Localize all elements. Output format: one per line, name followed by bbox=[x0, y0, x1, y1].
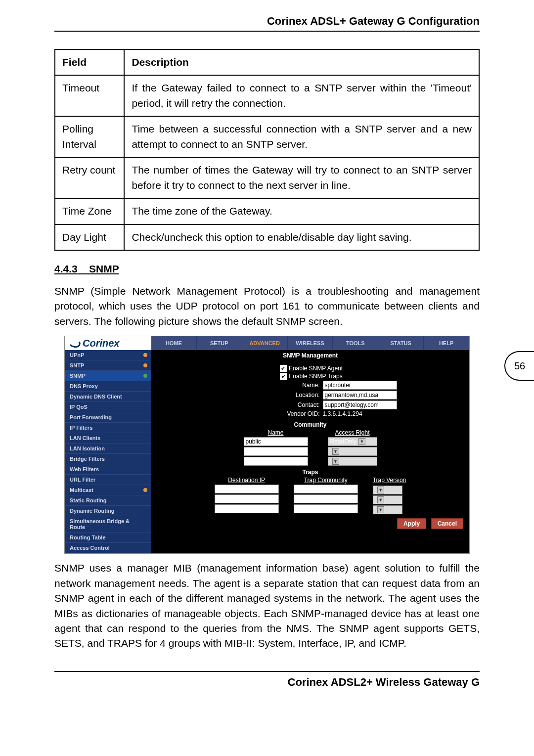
footer-title: Corinex ADSL2+ Wireless Gateway G bbox=[288, 676, 480, 688]
enable-agent-checkbox[interactable]: ✔ bbox=[280, 365, 287, 372]
field-cell: Day Light bbox=[55, 224, 124, 250]
community-access-select[interactable]: ▼ bbox=[328, 447, 377, 456]
table-row: Retry count The number of times the Gate… bbox=[55, 157, 479, 198]
tab-home[interactable]: HOME bbox=[151, 336, 197, 350]
status-dot-icon bbox=[143, 488, 147, 492]
trap-dest-input[interactable] bbox=[215, 494, 279, 503]
field-description-table: Field Description Timeout If the Gateway… bbox=[54, 49, 480, 251]
chevron-down-icon: ▼ bbox=[377, 496, 384, 503]
sidebar-item-bridge-filters[interactable]: Bridge Filters bbox=[65, 454, 151, 464]
traps-version-header: Trap Version bbox=[373, 477, 406, 484]
table-row: Polling Interval Time between a successf… bbox=[55, 116, 479, 157]
col-header-description: Description bbox=[124, 49, 479, 75]
section-outro: SNMP uses a manager MIB (management info… bbox=[54, 561, 480, 651]
name-input[interactable] bbox=[323, 381, 397, 390]
status-dot-icon bbox=[143, 353, 147, 357]
table-row: Time Zone The time zone of the Gateway. bbox=[55, 198, 479, 224]
trap-version-select[interactable]: ▼ bbox=[373, 486, 402, 494]
enable-traps-checkbox[interactable]: ✔ bbox=[280, 373, 287, 380]
tab-help[interactable]: HELP bbox=[424, 336, 469, 350]
chevron-down-icon: ▼ bbox=[358, 438, 365, 445]
location-input[interactable] bbox=[323, 391, 397, 400]
sidebar-item-dynamic-routing[interactable]: Dynamic Routing bbox=[65, 506, 151, 516]
sidebar-item-bridge-route[interactable]: Simultaneous Bridge & Route bbox=[65, 516, 151, 533]
community-name-input[interactable] bbox=[244, 457, 308, 466]
description-cell: If the Gateway failed to connect to a SN… bbox=[124, 75, 479, 116]
sidebar-item-dns-proxy[interactable]: DNS Proxy bbox=[65, 381, 151, 392]
sidebar-item-multicast[interactable]: Multicast bbox=[65, 485, 151, 495]
community-access-header: Access Right bbox=[328, 429, 377, 436]
sidebar-item-static-routing[interactable]: Static Routing bbox=[65, 495, 151, 506]
logo-swoosh-icon bbox=[68, 337, 82, 349]
tab-tools[interactable]: TOOLS bbox=[333, 336, 378, 350]
community-name-header: Name bbox=[244, 429, 308, 436]
sidebar-item-web-filters[interactable]: Web Filters bbox=[65, 464, 151, 475]
sidebar-item-port-forwarding[interactable]: Port Forwarding bbox=[65, 412, 151, 423]
table-row: Day Light Check/uncheck this option to e… bbox=[55, 224, 479, 250]
contact-input[interactable] bbox=[323, 400, 397, 409]
section-title: SNMP bbox=[89, 263, 119, 274]
traps-community-header: Trap Community bbox=[294, 477, 358, 484]
sidebar-item-url-filter[interactable]: URL Filter bbox=[65, 475, 151, 485]
page-footer: Corinex ADSL2+ Wireless Gateway G bbox=[54, 671, 480, 689]
description-cell: The time zone of the Gateway. bbox=[124, 198, 479, 224]
sidebar-item-routing-table[interactable]: Routing Table bbox=[65, 533, 151, 543]
chevron-down-icon: ▼ bbox=[377, 506, 384, 513]
sidebar-item-dynamic-dns[interactable]: Dynamic DNS Client bbox=[65, 392, 151, 402]
chevron-down-icon: ▼ bbox=[332, 458, 339, 465]
router-content: SNMP Management ✔ Enable SNMP Agent ✔ En… bbox=[151, 350, 469, 553]
table-row: Timeout If the Gateway failed to connect… bbox=[55, 75, 479, 116]
description-cell: Check/uncheck this option to enable/disa… bbox=[124, 224, 479, 250]
section-heading: 4.4.3 SNMP bbox=[54, 263, 480, 275]
trap-community-input[interactable] bbox=[294, 494, 358, 503]
field-cell: Time Zone bbox=[55, 198, 124, 224]
status-dot-icon bbox=[143, 374, 147, 378]
apply-button[interactable]: Apply bbox=[397, 518, 426, 529]
community-name-input[interactable] bbox=[244, 447, 308, 456]
col-header-field: Field bbox=[55, 49, 124, 75]
sidebar-item-lan-clients[interactable]: LAN Clients bbox=[65, 433, 151, 444]
field-cell: Polling Interval bbox=[55, 116, 124, 157]
description-cell: Time between a successful connection wit… bbox=[124, 116, 479, 157]
trap-version-select[interactable]: ▼ bbox=[373, 505, 402, 514]
header-title: Corinex ADSL+ Gateway G Configuration bbox=[267, 15, 480, 27]
sidebar-item-access-control[interactable]: Access Control bbox=[65, 543, 151, 553]
brand-text: Corinex bbox=[83, 338, 119, 349]
top-nav-tabs: HOME SETUP ADVANCED WIRELESS TOOLS STATU… bbox=[151, 336, 469, 350]
tab-wireless[interactable]: WIRELESS bbox=[288, 336, 333, 350]
chevron-down-icon: ▼ bbox=[332, 448, 339, 455]
sidebar-item-snmp[interactable]: SNMP bbox=[65, 371, 151, 381]
description-cell: The number of times the Gateway will try… bbox=[124, 157, 479, 198]
chevron-down-icon: ▼ bbox=[377, 487, 384, 493]
sidebar-item-ip-filters[interactable]: IP Filters bbox=[65, 423, 151, 433]
trap-dest-input[interactable] bbox=[215, 504, 279, 513]
name-label: Name: bbox=[224, 382, 323, 389]
vendor-oid-label: Vendor OID: bbox=[224, 410, 323, 417]
router-screenshot: Corinex HOME SETUP ADVANCED WIRELESS TOO… bbox=[64, 336, 470, 554]
section-intro: SNMP (Simple Network Management Protocol… bbox=[54, 284, 480, 329]
brand-logo: Corinex bbox=[65, 336, 151, 350]
community-access-select[interactable]: ReadOnly▼ bbox=[328, 437, 377, 446]
enable-traps-label: Enable SNMP Traps bbox=[289, 373, 343, 380]
status-dot-icon bbox=[143, 363, 147, 367]
section-number: 4.4.3 bbox=[54, 263, 78, 274]
cancel-button[interactable]: Cancel bbox=[431, 518, 463, 529]
trap-dest-input[interactable] bbox=[215, 485, 279, 493]
trap-version-select[interactable]: ▼ bbox=[373, 495, 402, 504]
contact-label: Contact: bbox=[224, 401, 323, 408]
tab-advanced[interactable]: ADVANCED bbox=[242, 336, 288, 350]
community-access-select[interactable]: ▼ bbox=[328, 457, 377, 466]
tab-status[interactable]: STATUS bbox=[378, 336, 424, 350]
trap-community-input[interactable] bbox=[294, 504, 358, 513]
page-number-badge: 56 bbox=[504, 351, 534, 381]
content-title: SNMP Management bbox=[151, 350, 469, 361]
sidebar-item-lan-isolation[interactable]: LAN Isolation bbox=[65, 444, 151, 454]
sidebar-item-sntp[interactable]: SNTP bbox=[65, 360, 151, 371]
page-header: Corinex ADSL+ Gateway G Configuration bbox=[54, 15, 480, 32]
page-number: 56 bbox=[514, 360, 525, 372]
trap-community-input[interactable] bbox=[294, 485, 358, 493]
sidebar-item-ip-qos[interactable]: IP QoS bbox=[65, 402, 151, 412]
tab-setup[interactable]: SETUP bbox=[197, 336, 242, 350]
community-name-input[interactable] bbox=[244, 437, 308, 446]
sidebar-item-upnp[interactable]: UPnP bbox=[65, 350, 151, 360]
